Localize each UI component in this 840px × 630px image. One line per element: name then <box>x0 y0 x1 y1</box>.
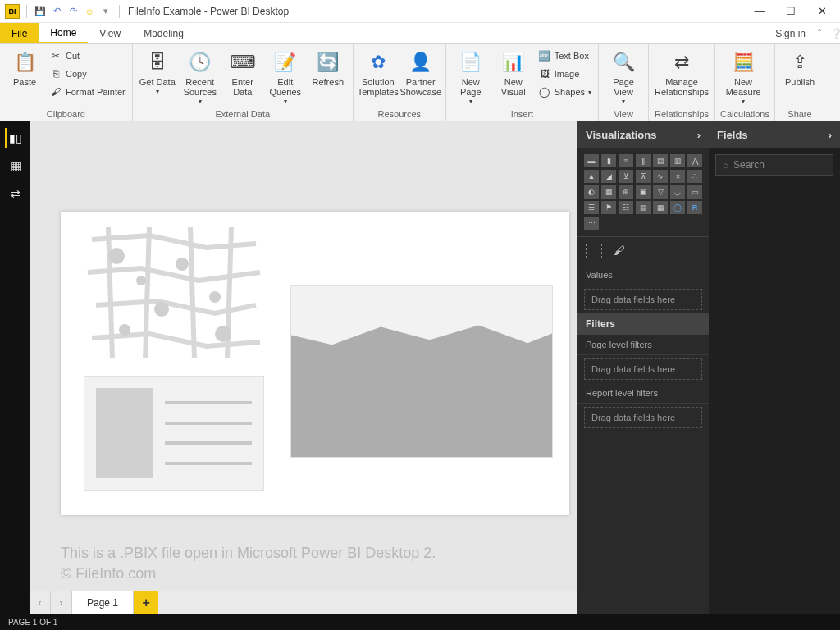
ribbon-group-share: ⇪Publish Share <box>775 44 824 121</box>
new-page-button[interactable]: 📄New Page▾ <box>451 48 491 106</box>
add-page-button[interactable]: + <box>134 591 158 614</box>
format-painter-button[interactable]: 🖌Format Painter <box>48 84 127 100</box>
fields-title: Fields <box>717 129 748 141</box>
page-tabs: ‹ › Page 1 + <box>30 591 578 614</box>
fields-header[interactable]: Fields › <box>709 121 840 148</box>
viz-scatter-icon[interactable]: ∴ <box>687 170 702 183</box>
model-view-icon[interactable]: ⇄ <box>5 184 25 203</box>
new-visual-button[interactable]: 📊New Visual <box>494 48 533 97</box>
paste-button[interactable]: 📋 Paste <box>5 48 44 87</box>
refresh-button[interactable]: 🔄Refresh <box>308 48 348 87</box>
visualization-gallery: ▬ ▮ ≡ ∥ ▤ ▥ ⋀ ▲ ◢ ⊻ ⊼ ∿ ⌗ ∴ ◐ ▦ ⊕ ▣ ▽ ◡ <box>578 148 709 236</box>
save-icon[interactable]: 💾 <box>34 5 47 18</box>
get-data-label: Get Data <box>139 77 176 87</box>
tab-modeling[interactable]: Modeling <box>132 23 195 43</box>
area-chart-placeholder[interactable] <box>290 285 553 458</box>
solution-templates-button[interactable]: ✿Solution Templates <box>358 48 398 97</box>
viz-100-column-icon[interactable]: ▥ <box>670 154 685 167</box>
viz-multi-card-icon[interactable]: ☰ <box>584 201 599 214</box>
manage-relationships-button[interactable]: ⇄Manage Relationships <box>654 48 710 97</box>
undo-icon[interactable]: ↶ <box>50 5 63 18</box>
svg-point-0 <box>108 248 125 264</box>
report-view-icon[interactable]: ▮▯ <box>5 128 25 148</box>
shapes-button[interactable]: ◯Shapes ▾ <box>536 84 593 100</box>
viz-100-bar-icon[interactable]: ▤ <box>653 154 668 167</box>
viz-map-icon[interactable]: ⊕ <box>619 185 633 199</box>
smiley-icon[interactable]: ☺ <box>83 5 96 18</box>
viz-card-icon[interactable]: ▭ <box>687 185 702 199</box>
canvas-page[interactable] <box>61 212 569 515</box>
page-tab-1[interactable]: Page 1 <box>72 591 134 614</box>
solution-templates-icon: ✿ <box>365 49 391 75</box>
new-measure-button[interactable]: 🧮New Measure▾ <box>720 48 766 106</box>
partner-showcase-button[interactable]: 👤Partner Showcase <box>401 48 441 97</box>
recent-sources-button[interactable]: 🕓Recent Sources▾ <box>180 48 220 106</box>
viz-slicer-icon[interactable]: ☷ <box>619 201 633 214</box>
page-filters-dropzone[interactable]: Drag data fields here <box>584 358 702 380</box>
visualizations-header[interactable]: Visualizations › <box>578 121 709 148</box>
viz-filled-map-icon[interactable]: ▣ <box>636 185 651 199</box>
viz-donut-icon[interactable]: ◯ <box>670 201 685 214</box>
viz-stacked-area-icon[interactable]: ◢ <box>601 170 616 183</box>
viz-stacked-bar-icon[interactable]: ▬ <box>584 154 599 167</box>
redo-icon[interactable]: ↷ <box>66 5 80 18</box>
help-icon[interactable]: ❔ <box>827 23 840 43</box>
viz-kpi-icon[interactable]: ⚑ <box>601 201 616 214</box>
card-visual-placeholder[interactable] <box>84 376 264 491</box>
enter-data-button[interactable]: ⌨Enter Data <box>223 48 262 97</box>
viz-clustered-bar-icon[interactable]: ≡ <box>619 154 633 167</box>
chevron-right-icon[interactable]: › <box>697 129 701 141</box>
text-box-button[interactable]: 🔤Text Box <box>536 48 593 64</box>
viz-line-clustered-icon[interactable]: ⊼ <box>636 170 651 183</box>
page-view-button[interactable]: 🔍Page View▾ <box>604 48 643 106</box>
report-filters-dropzone[interactable]: Drag data fields here <box>584 407 702 428</box>
map-visual-placeholder[interactable] <box>84 223 264 363</box>
data-view-icon[interactable]: ▦ <box>5 156 25 176</box>
viz-line-stacked-icon[interactable]: ⊻ <box>619 170 633 183</box>
viz-more-icon[interactable]: ⋯ <box>584 217 599 230</box>
close-icon[interactable]: ✕ <box>814 5 830 17</box>
viz-waterfall-icon[interactable]: ⌗ <box>670 170 685 183</box>
qat-dropdown-icon[interactable]: ▾ <box>99 5 112 18</box>
fields-well-icon[interactable] <box>586 244 602 258</box>
edit-queries-button[interactable]: 📝Edit Queries▾ <box>266 48 305 106</box>
viz-matrix-icon[interactable]: ▦ <box>653 201 668 214</box>
viz-treemap-icon[interactable]: ▦ <box>601 185 616 199</box>
get-data-button[interactable]: 🗄Get Data▾ <box>138 48 177 96</box>
tab-home[interactable]: Home <box>39 23 88 43</box>
cut-button[interactable]: ✂Cut <box>48 48 127 64</box>
format-painter-icon: 🖌 <box>49 85 62 98</box>
sign-in-link[interactable]: Sign in <box>767 23 814 43</box>
fields-search-input[interactable]: ⌕ Search <box>715 154 833 176</box>
copy-button[interactable]: ⎘Copy <box>48 66 127 82</box>
resources-group-label: Resources <box>358 109 441 121</box>
viz-funnel-icon[interactable]: ▽ <box>653 185 668 199</box>
chevron-right-icon-2[interactable]: › <box>829 129 832 141</box>
minimize-icon[interactable]: — <box>751 5 768 17</box>
publish-button[interactable]: ⇪Publish <box>780 48 819 87</box>
viz-r-icon[interactable]: R <box>687 201 702 214</box>
paste-label: Paste <box>13 77 36 87</box>
viz-table-icon[interactable]: ▤ <box>636 201 651 214</box>
viz-pie-icon[interactable]: ◐ <box>584 185 599 199</box>
file-menu[interactable]: File <box>0 23 39 43</box>
tab-view[interactable]: View <box>88 23 132 43</box>
right-panes: Visualizations › ▬ ▮ ≡ ∥ ▤ ▥ ⋀ ▲ ◢ ⊻ ⊼ ∿… <box>578 121 840 614</box>
viz-gauge-icon[interactable]: ◡ <box>670 185 685 199</box>
chevron-up-icon[interactable]: ˄ <box>814 23 827 43</box>
viz-clustered-column-icon[interactable]: ∥ <box>636 154 651 167</box>
viz-line-icon[interactable]: ⋀ <box>687 154 702 167</box>
format-well-icon[interactable]: 🖌 <box>614 244 625 258</box>
page-next-icon[interactable]: › <box>51 591 72 614</box>
shapes-icon: ◯ <box>538 85 551 98</box>
viz-area-icon[interactable]: ▲ <box>584 170 599 183</box>
viz-stacked-column-icon[interactable]: ▮ <box>601 154 616 167</box>
canvas-area[interactable]: This is a .PBIX file open in Microsoft P… <box>30 121 578 614</box>
values-dropzone[interactable]: Drag data fields here <box>584 289 702 310</box>
viz-ribbon-icon[interactable]: ∿ <box>653 170 668 183</box>
image-button[interactable]: 🖼Image <box>536 66 593 82</box>
maximize-icon[interactable]: ☐ <box>783 5 799 17</box>
page-prev-icon[interactable]: ‹ <box>30 591 51 614</box>
edit-queries-icon: 📝 <box>272 49 299 75</box>
shapes-label: Shapes <box>555 87 585 97</box>
